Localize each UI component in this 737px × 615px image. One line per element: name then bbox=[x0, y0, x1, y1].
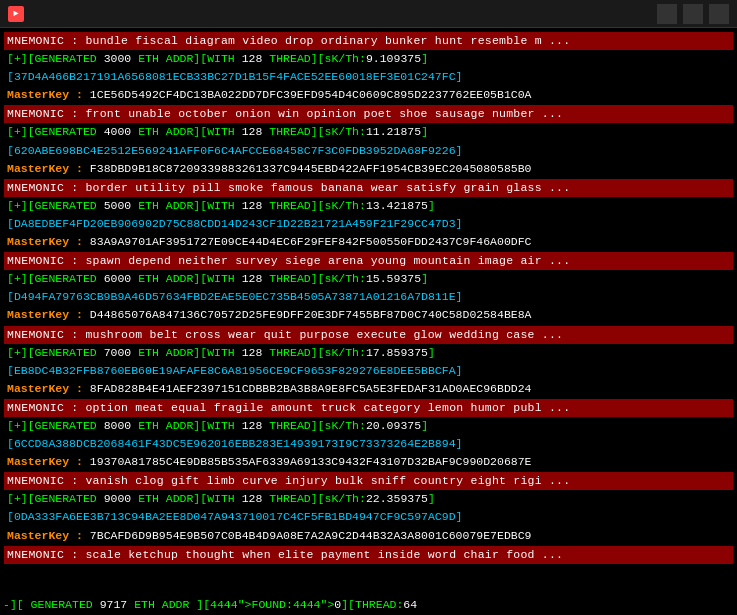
masterkey-line-2: MasterKey : 83A9A9701AF3951727E09CE44D4E… bbox=[4, 233, 733, 251]
generated-line-4: [+][GENERATED 7000 ETH ADDR][WITH 128 TH… bbox=[4, 344, 733, 362]
hash-line-0: [37D4A466B217191A6568081ECB33BC27D1B15F4… bbox=[4, 68, 733, 86]
close-button[interactable] bbox=[709, 4, 729, 24]
title-bar: ► bbox=[0, 0, 737, 28]
hash-line-3: [D494FA79763CB9B9A46D57634FBD2EAE5E0EC73… bbox=[4, 288, 733, 306]
block-2: MNEMONIC : border utility pill smoke fam… bbox=[4, 179, 733, 251]
dropdown-button[interactable] bbox=[683, 4, 703, 24]
block-6: MNEMONIC : vanish clog gift limb curve i… bbox=[4, 472, 733, 544]
mnemonic-line-2: MNEMONIC : border utility pill smoke fam… bbox=[4, 179, 733, 197]
masterkey-line-6: MasterKey : 7BCAFD6D9B954E9B507C0B4B4D9A… bbox=[4, 527, 733, 545]
block-1: MNEMONIC : front unable october onion wi… bbox=[4, 105, 733, 177]
generated-line-6: [+][GENERATED 9000 ETH ADDR][WITH 128 TH… bbox=[4, 490, 733, 508]
block-0: MNEMONIC : bundle fiscal diagram video d… bbox=[4, 32, 733, 104]
content-area: MNEMONIC : bundle fiscal diagram video d… bbox=[0, 28, 737, 615]
hash-line-4: [EB8DC4B32FFB8760EB60E19AFAFE8C6A81956CE… bbox=[4, 362, 733, 380]
hash-line-5: [6CCD8A388DCB2068461F43DC5E962016EBB283E… bbox=[4, 435, 733, 453]
app-icon: ► bbox=[8, 6, 24, 22]
masterkey-line-1: MasterKey : F38DBD9B18C87209339883261337… bbox=[4, 160, 733, 178]
hash-line-2: [DA8EDBEF4FD20EB906902D75C88CDD14D243CF1… bbox=[4, 215, 733, 233]
status-bar: -][ GENERATED 9717 ETH ADDR ][4444">FOUN… bbox=[0, 595, 737, 615]
masterkey-line-0: MasterKey : 1CE56D5492CF4DC13BA022DD7DFC… bbox=[4, 86, 733, 104]
mnemonic-line-3: MNEMONIC : spawn depend neither survey s… bbox=[4, 252, 733, 270]
block-3: MNEMONIC : spawn depend neither survey s… bbox=[4, 252, 733, 324]
hash-line-6: [0DA333FA6EE3B713C94BA2EE8D047A943710017… bbox=[4, 508, 733, 526]
block-5: MNEMONIC : option meat equal fragile amo… bbox=[4, 399, 733, 471]
mnemonic-line-6: MNEMONIC : vanish clog gift limb curve i… bbox=[4, 472, 733, 490]
masterkey-line-3: MasterKey : D44865076A847136C70572D25FE9… bbox=[4, 306, 733, 324]
blocks-container: MNEMONIC : bundle fiscal diagram video d… bbox=[4, 32, 733, 564]
generated-line-3: [+][GENERATED 6000 ETH ADDR][WITH 128 TH… bbox=[4, 270, 733, 288]
mnemonic-line-5: MNEMONIC : option meat equal fragile amo… bbox=[4, 399, 733, 417]
hash-line-1: [620ABE698BC4E2512E569241AFF0F6C4AFCCE68… bbox=[4, 142, 733, 160]
new-tab-button[interactable] bbox=[657, 4, 677, 24]
masterkey-line-5: MasterKey : 19370A81785C4E9DB85B535AF633… bbox=[4, 453, 733, 471]
mnemonic-line-1: MNEMONIC : front unable october onion wi… bbox=[4, 105, 733, 123]
block-4: MNEMONIC : mushroom belt cross wear quit… bbox=[4, 326, 733, 398]
mnemonic-line-0: MNEMONIC : bundle fiscal diagram video d… bbox=[4, 32, 733, 50]
block-7: MNEMONIC : scale ketchup thought when el… bbox=[4, 546, 733, 564]
mnemonic-line-7: MNEMONIC : scale ketchup thought when el… bbox=[4, 546, 733, 564]
masterkey-line-4: MasterKey : 8FAD828B4E41AEF2397151CDBBB2… bbox=[4, 380, 733, 398]
generated-line-2: [+][GENERATED 5000 ETH ADDR][WITH 128 TH… bbox=[4, 197, 733, 215]
generated-line-5: [+][GENERATED 8000 ETH ADDR][WITH 128 TH… bbox=[4, 417, 733, 435]
mnemonic-line-4: MNEMONIC : mushroom belt cross wear quit… bbox=[4, 326, 733, 344]
generated-line-1: [+][GENERATED 4000 ETH ADDR][WITH 128 TH… bbox=[4, 123, 733, 141]
generated-line-0: [+][GENERATED 3000 ETH ADDR][WITH 128 TH… bbox=[4, 50, 733, 68]
status-text: -][ GENERATED 9717 ETH ADDR ][4444">FOUN… bbox=[3, 598, 417, 611]
